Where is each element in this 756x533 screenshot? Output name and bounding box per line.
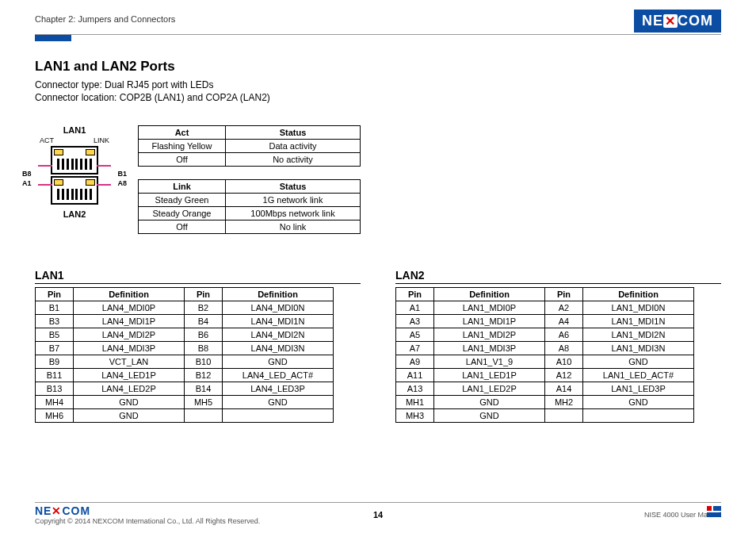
pin-a1-label: A1 [22, 179, 32, 187]
table-cell: A3 [396, 315, 434, 328]
table-header: Definition [434, 288, 545, 301]
table-header: Definition [74, 288, 185, 301]
table-row: Steady Green1G network link [139, 194, 361, 207]
table-cell: A12 [545, 369, 583, 382]
table-row: A5LAN1_MDI2PA6LAN1_MDI2N [396, 328, 694, 342]
table-cell: LAN1_LED_ACT# [583, 369, 694, 382]
table-cell [223, 409, 334, 423]
table-cell: Steady Orange [139, 207, 226, 220]
copyright-text: Copyright © 2014 NEXCOM International Co… [35, 517, 260, 525]
lan1-label: LAN1 [35, 125, 114, 135]
table-cell: B8 [185, 342, 223, 355]
page-number: 14 [373, 510, 383, 520]
table-row: B5LAN4_MDI2PB6LAN4_MDI2N [36, 328, 334, 342]
table-header: Pin [545, 288, 583, 301]
table-cell: B9 [36, 355, 74, 369]
table-cell: A5 [396, 328, 434, 342]
table-header: Status [226, 126, 361, 140]
lan1-pin-table: PinDefinitionPinDefinitionB1LAN4_MDI0PB2… [35, 287, 334, 423]
table-cell [185, 409, 223, 423]
table-cell: LAN1_MDI2N [583, 328, 694, 342]
table-cell: A11 [396, 369, 434, 382]
footer-decor-icon [707, 506, 721, 517]
pin-b8-label: B8 [22, 170, 32, 178]
table-row: B3LAN4_MDI1PB4LAN4_MDI1N [36, 315, 334, 328]
table-row: B9VCT_LANB10GND [36, 355, 334, 369]
table-cell: LAN1_LED2P [434, 382, 545, 396]
header-accent [35, 35, 71, 41]
table-row: B13LAN4_LED2PB14LAN4_LED3P [36, 382, 334, 396]
act-label: ACT [40, 136, 54, 144]
table-row: Steady Orange100Mbps network link [139, 207, 361, 220]
table-row: A7LAN1_MDI3PA8LAN1_MDI3N [396, 342, 694, 355]
table-cell: LAN1_MDI1N [583, 315, 694, 328]
brand-logo: NE✕COM [634, 10, 721, 33]
table-header: Pin [36, 288, 74, 301]
table-cell: LAN4_LED_ACT# [223, 369, 334, 382]
table-cell: B14 [185, 382, 223, 396]
table-row: B7LAN4_MDI3PB8LAN4_MDI3N [36, 342, 334, 355]
port-diagram: LAN1 ACT LINK B8 B1 A1 A8 [35, 125, 114, 220]
connector-type: Connector type: Dual RJ45 port with LEDs [35, 79, 721, 90]
table-cell: MH1 [396, 396, 434, 409]
lan1-table-title: LAN1 [35, 269, 361, 284]
table-cell: LAN4_MDI0N [223, 301, 334, 315]
table-cell: B4 [185, 315, 223, 328]
table-cell: LAN4_MDI1N [223, 315, 334, 328]
table-cell: LAN1_MDI3N [583, 342, 694, 355]
table-cell: B2 [185, 301, 223, 315]
table-row: A11LAN1_LED1PA12LAN1_LED_ACT# [396, 369, 694, 382]
table-cell: Data activity [226, 140, 361, 153]
table-cell: LAN4_LED2P [74, 382, 185, 396]
table-cell: GND [583, 355, 694, 369]
table-cell: B13 [36, 382, 74, 396]
table-cell: GND [583, 396, 694, 409]
table-cell: VCT_LAN [74, 355, 185, 369]
table-cell: No activity [226, 153, 361, 167]
table-cell: MH6 [36, 409, 74, 423]
table-cell: B1 [36, 301, 74, 315]
table-cell: LAN4_MDI1P [74, 315, 185, 328]
table-cell: MH2 [545, 396, 583, 409]
table-cell: GND [223, 396, 334, 409]
table-cell: A14 [545, 382, 583, 396]
table-cell: GND [223, 355, 334, 369]
table-cell [545, 409, 583, 423]
rj45-port-icon [51, 146, 98, 174]
table-cell: GND [74, 409, 185, 423]
table-cell: LAN1_MDI0N [583, 301, 694, 315]
table-cell: A7 [396, 342, 434, 355]
table-cell: LAN4_LED1P [74, 369, 185, 382]
table-cell: LAN1_V1_9 [434, 355, 545, 369]
chapter-label: Chapter 2: Jumpers and Connectors [35, 10, 175, 24]
table-cell: 100Mbps network link [226, 207, 361, 220]
table-header: Pin [396, 288, 434, 301]
table-cell: Off [139, 220, 226, 234]
table-row: OffNo activity [139, 153, 361, 167]
table-header: Definition [583, 288, 694, 301]
table-cell: 1G network link [226, 194, 361, 207]
table-cell: LAN1_LED1P [434, 369, 545, 382]
table-cell: B11 [36, 369, 74, 382]
table-cell: A2 [545, 301, 583, 315]
table-cell: MH4 [36, 396, 74, 409]
table-cell: B7 [36, 342, 74, 355]
footer-logo: NE✕COM [35, 504, 260, 517]
table-row: A1LAN1_MDI0PA2LAN1_MDI0N [396, 301, 694, 315]
table-row: A9LAN1_V1_9A10GND [396, 355, 694, 369]
table-row: MH1GNDMH2GND [396, 396, 694, 409]
section-title: LAN1 and LAN2 Ports [35, 59, 721, 75]
table-cell: MH5 [185, 396, 223, 409]
table-cell: LAN4_MDI3P [74, 342, 185, 355]
table-cell: MH3 [396, 409, 434, 423]
connector-location: Connector location: COP2B (LAN1) and COP… [35, 92, 721, 103]
table-row: B11LAN4_LED1PB12LAN4_LED_ACT# [36, 369, 334, 382]
table-cell: A6 [545, 328, 583, 342]
table-header: Definition [223, 288, 334, 301]
rj45-port-icon [51, 176, 98, 205]
table-cell: B10 [185, 355, 223, 369]
table-cell: A10 [545, 355, 583, 369]
table-cell: B6 [185, 328, 223, 342]
table-cell: A13 [396, 382, 434, 396]
table-cell: GND [74, 396, 185, 409]
